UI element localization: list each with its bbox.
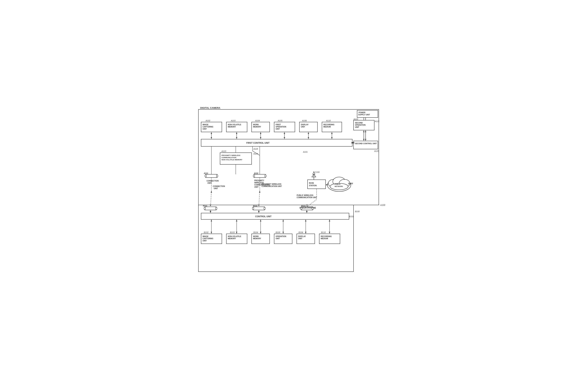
bs-pn-arrow <box>327 184 328 186</box>
b102-text2: CAPTURING <box>203 238 213 240</box>
a101-label: A101 <box>303 151 308 153</box>
b112-box <box>253 207 265 210</box>
b101-box <box>201 213 349 219</box>
second-op-text3: UNIT <box>355 126 359 128</box>
b104-label: B104 <box>254 231 258 233</box>
b102-text1: IMAGE <box>203 235 209 237</box>
a111-left-pin <box>205 175 206 177</box>
sop-scu-arrow-down <box>365 139 366 140</box>
a111-name2: UNIT <box>207 182 212 184</box>
second-op-text2: OPERATION <box>355 124 366 126</box>
a123-text2: COMMUNICATION <box>221 156 236 158</box>
ctrl-b106-arrow-up <box>305 220 306 221</box>
b102-text3: UNIT <box>203 240 207 242</box>
b106-text1: DISPLAY <box>298 235 306 237</box>
a112-b112-arrow <box>258 205 259 206</box>
a103-text1: NON-VOLATILE <box>228 124 241 126</box>
a104-text2: MEMORY <box>253 126 261 128</box>
b111-right-pin <box>216 208 217 209</box>
a124-label: A124 <box>253 153 258 155</box>
ctrl-b110-arrow-down <box>329 232 330 233</box>
b105-label: B105 <box>275 231 280 233</box>
ctrl-b103-arrow-up <box>236 220 237 221</box>
b103-text2: MEMORY <box>228 238 236 240</box>
a112-mid-arrow <box>259 191 260 192</box>
a111-mid-arrow <box>211 191 212 192</box>
b100-label: B100 <box>355 210 360 212</box>
first-control-unit-box <box>201 139 352 146</box>
a102-label: A102 <box>205 119 210 122</box>
a103-arrow-up <box>236 133 237 134</box>
b101-label: B101 <box>349 215 354 218</box>
a102-arrow-up <box>211 133 212 134</box>
b113-label: B113 <box>301 205 306 207</box>
a105-label: A105 <box>278 119 283 122</box>
a123-text1: PROXIMITY WIRELESS <box>221 154 240 156</box>
a112-to-b112 <box>259 190 260 207</box>
power-supply-text1: POWER <box>359 112 366 114</box>
mid-proximity-label2: COMMUNICATION UNIT <box>261 185 282 187</box>
b111-left-pin <box>204 208 205 209</box>
ctrl-b105-arrow-down <box>282 232 284 233</box>
c100-label: C100 <box>315 171 320 173</box>
a104-text1: WORK <box>253 124 259 126</box>
a110-arrow-down <box>331 137 333 139</box>
a111-right-pin <box>216 175 218 177</box>
b105-text2: UNIT <box>275 238 280 240</box>
b110-text2: MEDIUM <box>321 238 328 240</box>
a102-text1: IMAGE <box>203 124 209 126</box>
digital-camera-label: DIGITAL CAMERA <box>200 107 220 109</box>
a112-box <box>254 174 266 178</box>
ctrl-b103-arrow-down <box>236 232 237 233</box>
base-station-box <box>308 180 326 189</box>
ctrl-b105-arrow-up <box>282 220 284 221</box>
main-diagram-svg: DIGITAL CAMERA A100 POWER SUPPLY UNIT SE… <box>195 104 393 275</box>
b112-label: B112 <box>253 205 257 207</box>
b105-text1: OPERATION <box>275 235 286 237</box>
b102-label: B102 <box>204 231 209 233</box>
a111-to-b111 <box>211 190 211 207</box>
b110-text1: RECORDING <box>321 235 332 237</box>
a106-text1: DISPLAY <box>301 124 309 126</box>
mid-connection-label2: UNIT <box>214 188 218 190</box>
a111-box <box>206 174 217 178</box>
a112-right-pin <box>265 175 266 177</box>
b103-text1: NON-VOLATILE <box>228 235 241 237</box>
a110-label: A110 <box>326 119 331 122</box>
second-op-text1: SECOND <box>355 122 363 124</box>
b111-label: B111 <box>203 205 207 207</box>
a106-arrow-up <box>308 133 309 134</box>
a111-label: A111 <box>204 172 208 174</box>
a120-label: A120 <box>374 150 379 152</box>
a106-label: A106 <box>302 119 307 122</box>
a112-name4: UNIT <box>254 186 258 188</box>
b104-text1: WORK <box>253 235 259 237</box>
a102-text3: UNIT <box>203 128 207 130</box>
first-control-unit-text: FIRST CONTROL UNIT <box>246 142 270 144</box>
a110-text1: RECORDING <box>323 124 334 126</box>
ctrl-b102-arrow-up <box>211 220 212 221</box>
a110-arrow-up <box>331 133 333 134</box>
a123-label: A123 <box>221 150 226 152</box>
a102-arrow-down <box>211 137 212 139</box>
mid-connection-label1: CONNECTION <box>213 185 225 187</box>
bs-to-b113 <box>307 200 316 207</box>
a103-text2: MEMORY <box>228 126 236 128</box>
b112-left-pin <box>252 208 254 209</box>
a105-text3: UNIT <box>275 128 280 130</box>
a112-label: A112 <box>254 172 258 174</box>
b104-text2: MEMORY <box>253 238 261 240</box>
bs-b113-arrow <box>306 205 308 206</box>
ctrl-b110-arrow-up <box>329 220 330 221</box>
a103-arrow-down <box>236 137 237 139</box>
a102-text2: CAPTURING <box>203 126 213 128</box>
d100-label: D100 <box>348 182 353 185</box>
a123-text3: NON-VOLATILE MEMORY <box>221 159 242 161</box>
a105-arrow-down <box>284 137 285 139</box>
a100-label: A100 <box>380 204 385 206</box>
b103-label: B103 <box>230 231 235 233</box>
mid-public-label1: PUBLIC WIRELESS <box>297 194 314 196</box>
a104-label: A104 <box>255 119 260 122</box>
a112-name1: PROXIMITY <box>254 180 264 182</box>
b111-box <box>205 207 216 210</box>
